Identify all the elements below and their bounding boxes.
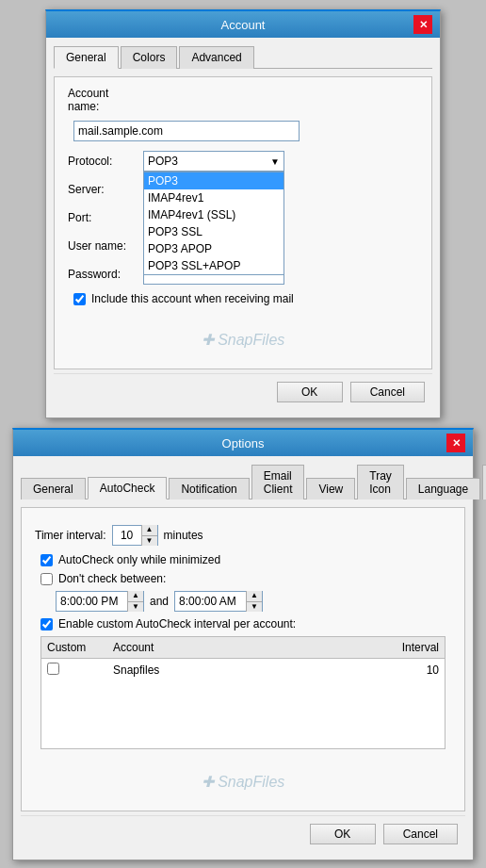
account-content: General Colors Advanced Account name: Pr… xyxy=(46,38,440,418)
options-tabs: General AutoCheck Notification Email Cli… xyxy=(21,464,465,500)
account-name-label: Account name: xyxy=(68,87,143,113)
and-label: and xyxy=(150,595,169,608)
port-label: Port: xyxy=(68,211,143,224)
col-custom-header: Custom xyxy=(41,639,107,656)
protocol-group: Protocol: POP3 ▼ POP3 IMAP4rev1 IMAP4rev… xyxy=(68,151,418,172)
options-close-button[interactable]: ✕ xyxy=(446,434,465,452)
table-header: Custom Account Interval xyxy=(41,637,445,659)
timer-spinner-buttons: ▲ ▼ xyxy=(141,525,157,546)
dropdown-arrow-icon: ▼ xyxy=(270,156,280,167)
tab-options-view[interactable]: View xyxy=(306,478,355,500)
time-from-spinner[interactable]: ▲ ▼ xyxy=(56,591,144,612)
account-watermark: ✚ SnapFiles xyxy=(68,311,418,359)
protocol-option-imap4rev1[interactable]: IMAP4rev1 xyxy=(144,189,284,206)
enable-custom-row: Enable custom AutoCheck interval per acc… xyxy=(40,617,451,631)
tab-options-notification[interactable]: Notification xyxy=(169,478,249,500)
enable-custom-label: Enable custom AutoCheck interval per acc… xyxy=(58,617,296,631)
dont-check-checkbox[interactable] xyxy=(40,573,53,585)
autocheck-minimized-label: AutoCheck only while minimized xyxy=(58,553,220,566)
include-checkbox-label: Include this account when receiving mail xyxy=(91,292,294,305)
protocol-option-pop3[interactable]: POP3 xyxy=(144,172,284,189)
col-account-header: Account xyxy=(107,639,379,656)
username-label: User name: xyxy=(68,239,143,253)
password-label: Password: xyxy=(68,268,143,281)
protocol-option-imap4rev1ssl[interactable]: IMAP4rev1 (SSL) xyxy=(144,206,284,223)
row-account-cell: Snapfiles xyxy=(107,662,379,679)
options-titlebar: Options ✕ xyxy=(13,430,473,456)
dont-check-row: Don't check between: xyxy=(40,572,451,585)
timer-down-button[interactable]: ▼ xyxy=(142,536,157,547)
account-ok-button[interactable]: OK xyxy=(277,382,343,402)
tab-general[interactable]: General xyxy=(54,46,119,69)
autocheck-minimized-row: AutoCheck only while minimized xyxy=(40,553,451,566)
tab-options-emailclient[interactable]: Email Client xyxy=(251,465,305,500)
tab-options-trayicon[interactable]: Tray Icon xyxy=(357,465,404,500)
row-interval-cell: 10 xyxy=(379,662,445,679)
account-name-input[interactable] xyxy=(73,121,300,141)
tab-options-mousea[interactable]: Mouse A xyxy=(482,465,486,500)
account-tabs: General Colors Advanced xyxy=(54,45,432,69)
options-title: Options xyxy=(40,436,446,450)
time-to-input[interactable] xyxy=(175,593,246,610)
time-from-up[interactable]: ▲ xyxy=(128,591,143,602)
options-ok-button[interactable]: OK xyxy=(310,824,376,844)
include-checkbox-row: Include this account when receiving mail xyxy=(73,292,418,305)
account-titlebar: Account ✕ xyxy=(46,11,440,38)
time-from-down[interactable]: ▼ xyxy=(128,602,143,613)
account-general-panel: Account name: Protocol: POP3 ▼ POP3 IMAP… xyxy=(54,76,432,369)
autocheck-minimized-checkbox[interactable] xyxy=(40,554,53,566)
time-range-row: ▲ ▼ and ▲ ▼ xyxy=(56,591,451,612)
options-buttons-row: OK Cancel xyxy=(21,815,465,852)
protocol-list: POP3 IMAP4rev1 IMAP4rev1 (SSL) POP3 SSL … xyxy=(143,172,284,275)
account-name-group: Account name: xyxy=(68,87,418,113)
options-cancel-button[interactable]: Cancel xyxy=(383,824,458,844)
dont-check-label: Don't check between: xyxy=(58,572,166,585)
tab-options-general[interactable]: General xyxy=(21,478,86,500)
protocol-display[interactable]: POP3 ▼ xyxy=(143,151,284,172)
account-close-button[interactable]: ✕ xyxy=(413,15,432,34)
tab-options-autocheck[interactable]: AutoCheck xyxy=(88,477,168,500)
account-title: Account xyxy=(73,18,413,32)
time-to-spinner[interactable]: ▲ ▼ xyxy=(174,591,263,612)
time-to-up[interactable]: ▲ xyxy=(247,591,262,602)
account-interval-table: Custom Account Interval Snapfiles 10 xyxy=(40,636,446,749)
row-custom-cell xyxy=(41,661,107,680)
protocol-dropdown[interactable]: POP3 ▼ POP3 IMAP4rev1 IMAP4rev1 (SSL) PO… xyxy=(143,151,284,172)
protocol-option-pop3sslapop[interactable]: POP3 SSL+APOP xyxy=(144,257,284,274)
enable-custom-checkbox[interactable] xyxy=(40,618,53,631)
options-watermark: ✚ SnapFiles xyxy=(35,753,451,801)
timer-up-button[interactable]: ▲ xyxy=(142,525,157,536)
time-to-buttons: ▲ ▼ xyxy=(246,591,262,612)
server-label: Server: xyxy=(68,183,143,196)
tab-advanced[interactable]: Advanced xyxy=(179,46,253,69)
timer-label: Timer interval: xyxy=(35,529,106,542)
account-cancel-button[interactable]: Cancel xyxy=(350,382,425,402)
options-autocheck-panel: Timer interval: ▲ ▼ minutes AutoCheck on… xyxy=(21,507,465,811)
protocol-label: Protocol: xyxy=(68,155,143,168)
tab-colors[interactable]: Colors xyxy=(121,46,178,69)
account-buttons-row: OK Cancel xyxy=(54,373,432,410)
time-from-input[interactable] xyxy=(57,593,127,610)
timer-value-input[interactable] xyxy=(113,529,141,542)
time-to-down[interactable]: ▼ xyxy=(247,602,262,613)
timer-spinner[interactable]: ▲ ▼ xyxy=(112,525,158,546)
protocol-option-pop3apop[interactable]: POP3 APOP xyxy=(144,240,284,257)
row-custom-checkbox[interactable] xyxy=(47,663,59,675)
options-window: Options ✕ General AutoCheck Notification… xyxy=(12,428,474,860)
timer-interval-row: Timer interval: ▲ ▼ minutes xyxy=(35,525,451,546)
minutes-label: minutes xyxy=(164,529,203,542)
options-content: General AutoCheck Notification Email Cli… xyxy=(13,456,473,860)
tab-options-language[interactable]: Language xyxy=(406,478,480,500)
time-from-buttons: ▲ ▼ xyxy=(127,591,143,612)
protocol-option-pop3ssl[interactable]: POP3 SSL xyxy=(144,223,284,240)
table-row: Snapfiles 10 xyxy=(41,659,445,681)
include-checkbox[interactable] xyxy=(73,293,86,305)
account-window: Account ✕ General Colors Advanced Accoun… xyxy=(45,9,441,418)
col-interval-header: Interval xyxy=(379,639,445,656)
